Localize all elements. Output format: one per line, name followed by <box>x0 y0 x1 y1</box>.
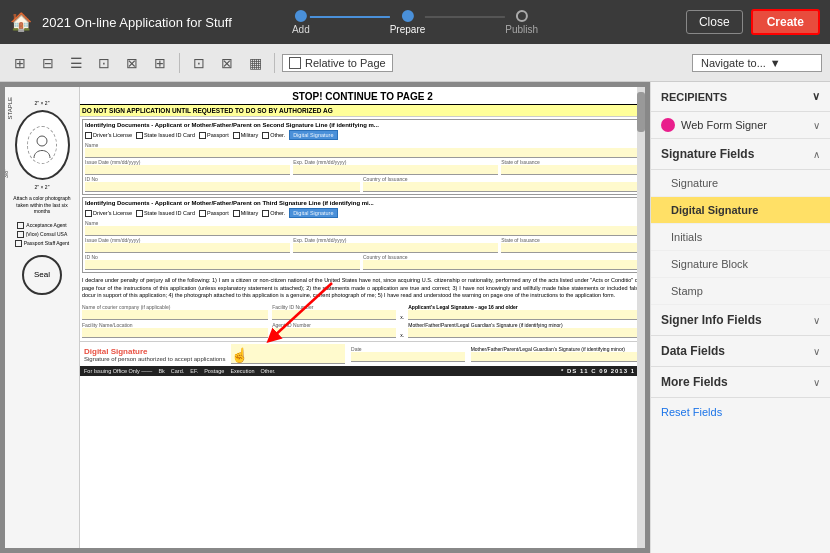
digital-sig-badge-1: Digital Signature <box>289 130 337 140</box>
step-prepare-circle <box>401 10 413 22</box>
vice-consul-checkbox <box>17 231 24 238</box>
toolbar-icon-8[interactable]: ⊠ <box>215 51 239 75</box>
id-option-other: Other. <box>262 132 285 139</box>
recipient-row[interactable]: Web Form Signer ∨ <box>651 112 830 139</box>
step-publish[interactable]: Publish <box>505 10 538 35</box>
footer-left: For Issuing Office Only —— <box>84 368 152 374</box>
home-icon[interactable]: 🏠 <box>10 11 32 33</box>
step-prepare-label: Prepare <box>390 24 426 35</box>
signer-info-chevron: ∨ <box>813 315 820 326</box>
data-fields-section-header[interactable]: Data Fields ∨ <box>651 336 830 367</box>
footer-postage: Postage <box>204 368 224 374</box>
passport-staff-row: Passport Staff Agent <box>15 240 70 247</box>
close-button[interactable]: Close <box>686 10 743 34</box>
navigate-label: Navigate to... <box>701 57 766 69</box>
footer-other: Other. <box>261 368 276 374</box>
id-option-passport: Passport <box>199 132 229 139</box>
signer-info-title: Signer Info Fields <box>661 313 762 327</box>
doc-title: STOP! CONTINUE TO PAGE 2 <box>80 87 645 105</box>
toolbar-icon-4[interactable]: ⊡ <box>92 51 116 75</box>
step-line-1 <box>310 16 390 18</box>
footer-bar: For Issuing Office Only —— Bk Card. EF. … <box>80 366 645 376</box>
toolbar-icon-3[interactable]: ☰ <box>64 51 88 75</box>
field-item-signature[interactable]: Signature <box>651 170 830 197</box>
name-row-1: Name <box>85 142 638 158</box>
step-add-label: Add <box>292 24 310 35</box>
digital-sig-sublabel: Signature of person authorized to accept… <box>84 356 225 362</box>
toolbar-icon-1[interactable]: ⊞ <box>8 51 32 75</box>
field-item-signature-block[interactable]: Signature Block <box>651 251 830 278</box>
field-item-initials[interactable]: Initials <box>651 224 830 251</box>
id-row-2: ID No Country of Issuance <box>85 254 638 270</box>
id-options-row-2: Driver's License State Issued ID Card Pa… <box>85 208 638 218</box>
relative-checkbox-box <box>289 57 301 69</box>
navigate-dropdown-inner[interactable]: Navigate to... ▼ <box>692 54 822 72</box>
oval-photo-area: FROM 1" TO 1 3/8" <box>15 110 70 180</box>
navigate-dropdown[interactable]: Navigate to... ▼ <box>692 54 822 72</box>
passport-staff-label: Passport Staff Agent <box>24 240 70 246</box>
more-fields-section-header[interactable]: More Fields ∨ <box>651 367 830 398</box>
top-actions: Close Create <box>686 9 820 35</box>
field-item-digital-signature[interactable]: Digital Signature <box>651 197 830 224</box>
data-fields-title: Data Fields <box>661 344 725 358</box>
passport-staff-checkbox <box>15 240 22 247</box>
toolbar-icon-6[interactable]: ⊞ <box>148 51 172 75</box>
recipients-section-header: RECIPIENTS ∨ <box>651 82 830 112</box>
id-options-row-1: Driver's License State Issued ID Card Pa… <box>85 130 638 140</box>
id-docs-section-1: Identifying Documents - Applicant or Mot… <box>82 119 641 195</box>
toolbar-separator-1 <box>179 53 180 73</box>
digital-sig-area-bottom: Digital Signature Signature of person au… <box>80 341 645 366</box>
field-item-stamp[interactable]: Stamp <box>651 278 830 305</box>
toolbar: ⊞ ⊟ ☰ ⊡ ⊠ ⊞ ⊡ ⊠ ▦ Relative to Page Navig… <box>0 44 830 82</box>
toolbar-icon-5[interactable]: ⊠ <box>120 51 144 75</box>
footer-barcode: * DS 11 C 09 2013 1 * <box>561 368 641 374</box>
id-option-dl: Driver's License <box>85 132 132 139</box>
dim-from-label: FROM 1" TO 1 3/8" <box>5 145 9 178</box>
id-section2-header: Identifying Documents - Applicant or Mot… <box>85 200 638 206</box>
toolbar-separator-2 <box>274 53 275 73</box>
data-fields-chevron: ∨ <box>813 346 820 357</box>
id-option-state: State Issued ID Card <box>136 132 195 139</box>
footer-ef: EF. <box>190 368 198 374</box>
step-add-circle <box>295 10 307 22</box>
dim-2: 2" × 2" <box>35 184 50 190</box>
digital-sig-label: Digital Signature <box>84 347 225 356</box>
vice-consul-row: (Vice) Consul USA <box>17 231 68 238</box>
more-fields-title: More Fields <box>661 375 728 389</box>
signature-fields-section-header[interactable]: Signature Fields ∧ <box>651 139 830 170</box>
main-area: STAPLE 2" × 2" FROM 1" TO 1 3/8" <box>0 82 830 553</box>
step-prepare[interactable]: Prepare <box>390 10 426 35</box>
right-sidebar: RECIPIENTS ∨ Web Form Signer ∨ Signature… <box>650 82 830 553</box>
more-fields-chevron: ∨ <box>813 377 820 388</box>
dates-row-2: Issue Date (mm/dd/yyyy) Exp. Date (mm/dd… <box>85 237 638 253</box>
step-add[interactable]: Add <box>292 10 310 35</box>
dig-sig-label-area: Digital Signature Signature of person au… <box>84 347 225 362</box>
signature-fields-title: Signature Fields <box>661 147 754 161</box>
photo-caption: Attach a color photograph taken within t… <box>7 193 77 217</box>
id-option-military: Military <box>233 132 258 139</box>
step-publish-circle <box>516 10 528 22</box>
signer-info-section-header[interactable]: Signer Info Fields ∨ <box>651 305 830 336</box>
signature-fields-chevron: ∧ <box>813 149 820 160</box>
signature-fields-list: Signature Digital Signature Initials Sig… <box>651 170 830 305</box>
toolbar-icon-9[interactable]: ▦ <box>243 51 267 75</box>
dates-row-1: Issue Date (mm/dd/yyyy) Exp. Date (mm/dd… <box>85 159 638 175</box>
footer-card: Card. <box>171 368 184 374</box>
relative-to-page-checkbox[interactable]: Relative to Page <box>282 54 393 72</box>
create-button[interactable]: Create <box>751 9 820 35</box>
reset-fields-link[interactable]: Reset Fields <box>651 398 830 426</box>
footer-execution: Execution <box>230 368 254 374</box>
name-row-2: Name <box>85 220 638 236</box>
recipient-chevron: ∨ <box>813 120 820 131</box>
step-line-2 <box>425 16 505 18</box>
recipients-chevron: ∨ <box>812 90 820 103</box>
accept-label: Acceptance Agent <box>26 222 66 228</box>
recipient-color-dot <box>661 118 675 132</box>
toolbar-icon-7[interactable]: ⊡ <box>187 51 211 75</box>
footer-bk: Bk <box>158 368 164 374</box>
top-bar: 🏠 2021 On-line Application for Stuff Add… <box>0 0 830 44</box>
seal-circle: Seal <box>22 255 62 295</box>
vice-consul-label: (Vice) Consul USA <box>26 231 68 237</box>
toolbar-icon-2[interactable]: ⊟ <box>36 51 60 75</box>
oath-text: I declare under penalty of perjury all o… <box>80 275 645 302</box>
